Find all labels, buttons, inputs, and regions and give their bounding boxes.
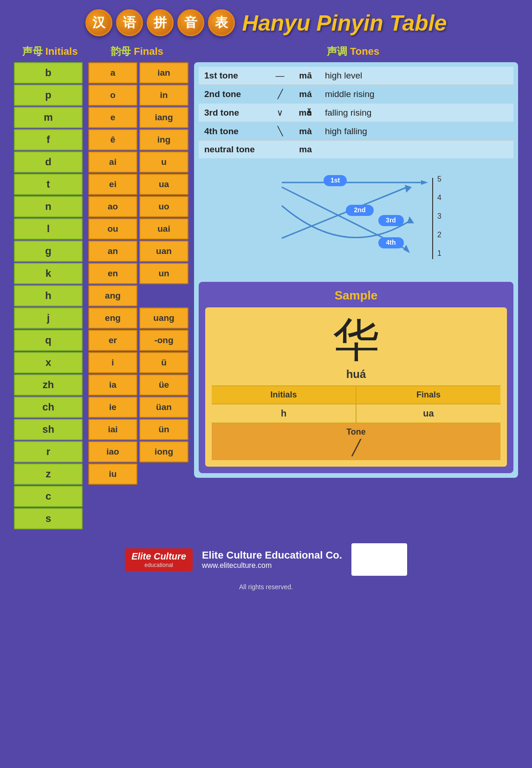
chinese-title: 汉 语 拼 音 表 [85, 9, 235, 36]
tone-row: 3rd tone ∨ mǎ falling rising [199, 104, 513, 122]
initial-cell: sh [14, 419, 83, 440]
tone-mark: ∨ [268, 104, 292, 122]
final-cell: ai [88, 151, 137, 173]
initial-cell: h [14, 285, 83, 306]
final-cell: iu [88, 463, 137, 485]
sample-pinyin: huá [346, 368, 366, 381]
tone-example: má [292, 85, 319, 104]
final-cell: an [88, 241, 137, 262]
initial-cell: j [14, 307, 83, 329]
sample-grid-row: h ua [212, 404, 500, 423]
final-cell: eng [88, 307, 137, 329]
final-cell: u [139, 151, 188, 173]
tone-desc: middle rising [319, 85, 513, 104]
tone-desc: high falling [319, 122, 513, 141]
tone-row: neutral tone ma [199, 141, 513, 159]
svg-text:1: 1 [437, 249, 441, 257]
final-cell: ang [88, 285, 137, 306]
tone-row: 1st tone — mā high level [199, 67, 513, 85]
sample-title: Sample [205, 288, 507, 303]
final-cell: i [88, 352, 137, 373]
final-cell: ao [88, 196, 137, 217]
initial-cell: m [14, 107, 83, 128]
final-cell: ün [139, 419, 188, 440]
sample-panel: Sample 华 huá Initials Finals h ua [199, 282, 513, 473]
tones-table: 1st tone — mā high level 2nd tone ╱ má m… [199, 67, 513, 158]
tone-desc: high level [319, 67, 513, 85]
brand-sub: educational [131, 562, 186, 568]
final-cell: in [139, 85, 188, 106]
char-biao: 表 [208, 9, 235, 36]
svg-line-10 [282, 187, 407, 238]
initial-cell: g [14, 241, 83, 262]
final-cell [139, 463, 188, 485]
final-cell: en [88, 263, 137, 284]
tone-name: 2nd tone [199, 85, 268, 104]
final-cell: er [88, 330, 137, 351]
final-cell: ie [88, 397, 137, 418]
svg-marker-14 [407, 216, 414, 223]
final-cell: -ong [139, 330, 188, 351]
final-cell: uang [139, 307, 188, 329]
tone-example: ma [292, 141, 319, 159]
tone-mark [268, 141, 292, 159]
final-cell: iai [88, 419, 137, 440]
tones-chinese: 声调 [327, 46, 347, 57]
initial-cell: x [14, 352, 83, 373]
footer-wrapper: Elite Culture educational Elite Culture … [14, 539, 518, 591]
initials-english: Initials [45, 46, 78, 57]
sample-initial-value: h [212, 404, 357, 423]
tone-name: 3rd tone [199, 104, 268, 122]
tone-row: 2nd tone ╱ má middle rising [199, 85, 513, 104]
initial-cell: k [14, 263, 83, 284]
sample-card: 华 huá Initials Finals h ua Tone [205, 307, 507, 467]
main-layout: bpmfdtnlgkhjqxzhchshrzcs aoeêaieiaoouane… [14, 62, 518, 529]
tone-desc [319, 141, 513, 159]
initials-section-label: 声母 Initials [14, 45, 86, 59]
final-cell: uai [139, 218, 188, 240]
final-cell: ua [139, 174, 188, 195]
final-cell: üan [139, 397, 188, 418]
svg-text:1st: 1st [331, 176, 340, 184]
tone-label: Tone [215, 427, 497, 437]
initial-cell: b [14, 62, 83, 84]
sample-tone-row: Tone ╱ [212, 423, 500, 460]
svg-marker-11 [405, 185, 412, 193]
tone-mark: ╱ [268, 85, 292, 104]
svg-text:5: 5 [437, 175, 441, 183]
initial-cell: c [14, 486, 83, 507]
final-cell: e [88, 107, 137, 128]
final-cell: iong [139, 441, 188, 462]
final-cell: ü [139, 352, 188, 373]
initials-chinese: 声母 [22, 46, 43, 57]
page-title: Hanyu Pinyin Table [242, 10, 447, 36]
initial-cell: f [14, 129, 83, 150]
final-cell: iang [139, 107, 188, 128]
tone-example: mā [292, 67, 319, 85]
footer-rights: All rights reserved. [14, 583, 518, 591]
char-yin: 音 [177, 9, 204, 36]
final-cell: uo [139, 196, 188, 217]
sample-final-value: ua [357, 404, 500, 423]
sample-grid: Initials Finals h ua Tone ╱ [212, 385, 500, 460]
initial-cell: s [14, 508, 83, 529]
svg-text:4: 4 [437, 194, 441, 202]
initial-cell: q [14, 330, 83, 351]
finals-english: Finals [134, 46, 163, 57]
finals-section-label: 韵母 Finals [86, 45, 188, 59]
footer-box [351, 543, 407, 576]
svg-text:3rd: 3rd [386, 216, 396, 224]
initial-cell: z [14, 463, 83, 485]
final-cell: üe [139, 374, 188, 396]
final-cell: ian [139, 62, 188, 84]
finals-section: aoeêaieiaoouanenangengeriiaieiaiiaoiu ia… [88, 62, 188, 529]
section-headers: 声母 Initials 韵母 Finals 声调 Tones [14, 45, 518, 59]
final-cell: uan [139, 241, 188, 262]
final-cell: ing [139, 129, 188, 150]
final-cell: ei [88, 174, 137, 195]
final-cell: ê [88, 129, 137, 150]
initial-cell: ch [14, 397, 83, 418]
footer-text: Elite Culture Educational Co. www.elitec… [202, 549, 342, 570]
tone-example: mà [292, 122, 319, 141]
tone-name: neutral tone [199, 141, 268, 159]
